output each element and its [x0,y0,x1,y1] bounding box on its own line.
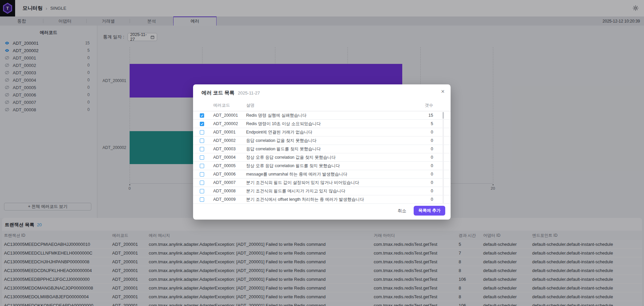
modal-row-ADT_00008[interactable]: ADT_00008분기 조건식의 필드를 메시지가 가지고 있지 않습니다0 [193,187,451,195]
modal-row-count: 0 [400,155,433,160]
checkbox-unchecked[interactable] [200,147,204,151]
checkbox-unchecked[interactable] [200,130,204,135]
modal-row-code: ADT_00009 [213,197,246,202]
checkbox-cell [200,181,213,185]
checkbox-checked[interactable] [200,122,204,126]
checkbox-unchecked[interactable] [200,139,204,143]
modal-row-desc: 분기 조건식의 필드를 메시지가 가지고 있지 않습니다 [246,188,400,194]
modal-row-count: 0 [400,180,433,185]
modal-row-count: 0 [400,172,433,177]
modal-row-count: 0 [400,138,433,143]
checkbox-cell [200,122,213,126]
modal-table-body: ADT_200001Redis 명령 실행에 실패했습니다15ADT_20000… [193,111,451,204]
modal-row-ADT_200002[interactable]: ADT_200002Redis 명령이 10초 이상 소요되었습니다5 [193,120,451,128]
modal-date: 2025-11-27 [238,90,260,95]
modal-scrollbar-track [443,112,444,203]
modal-row-code: ADT_00006 [213,172,246,177]
app-window: T 모니터링 › SINGLE 통합어댑터거래별분석에러 2025-12-12 … [0,0,644,306]
checkbox-unchecked[interactable] [200,155,204,160]
checkbox-unchecked[interactable] [200,172,204,177]
checkbox-cell [200,130,213,135]
modal-row-code: ADT_00002 [213,138,246,143]
modal-row-code: ADT_00008 [213,189,246,193]
modal-col-count: 갯수 [400,103,433,108]
modal-row-desc: Endpoint에 연결된 거래가 없습니다 [246,129,400,135]
modal-row-desc: 응답 correlation 필드를 찾지 못했습니다 [246,146,400,152]
modal-col-code: 에러코드 [213,103,246,108]
cancel-button[interactable]: 취소 [396,206,408,215]
checkbox-unchecked[interactable] [200,181,204,185]
modal-row-desc: 분기 조건식에서 offset length 처리하는 중 에러가 발생했습니다 [246,197,400,202]
modal-row-desc: message를 unmarshal 하는 중에 에러가 발생했습니다 [246,171,400,177]
modal-table-header: 에러코드설명갯수 [193,100,451,111]
modal-col-desc: 설명 [246,103,400,108]
modal-row-ADT_00007[interactable]: ADT_00007분기 조건식의 필드 값이 설정되어 있지 않거나 비어있습니… [193,179,451,187]
checkbox-cell [200,147,213,151]
modal-row-desc: 분기 조건식의 필드 값이 설정되어 있지 않거나 비어있습니다 [246,180,400,186]
checkbox-cell [200,139,213,143]
modal-row-ADT_00001[interactable]: ADT_00001Endpoint에 연결된 거래가 없습니다0 [193,128,451,137]
modal-row-count: 5 [400,121,433,126]
modal-scrollbar-thumb[interactable] [443,112,444,119]
modal-row-code: ADT_00004 [213,155,246,160]
modal-row-desc: 응답 correlation 값을 찾지 못했습니다 [246,138,400,144]
modal-title: 에러 코드 목록 [201,90,234,96]
checkbox-cell [200,113,213,118]
checkbox-cell [200,189,213,193]
add-to-list-button[interactable]: 목록에 추가 [414,206,445,216]
close-icon[interactable]: × [441,88,445,94]
modal-row-count: 0 [400,130,433,135]
modal-footer: 취소 목록에 추가 [396,206,445,216]
modal-row-ADT_00006[interactable]: ADT_00006message를 unmarshal 하는 중에 에러가 발생… [193,170,451,179]
checkbox-cell [200,164,213,168]
modal-row-desc: 정상 오류 응답 correlation 값을 찾지 못했습니다 [246,155,400,160]
modal-row-desc: Redis 명령이 10초 이상 소요되었습니다 [246,121,400,127]
checkbox-cell [200,197,213,202]
checkbox-cell [200,155,213,160]
modal-row-code: ADT_00001 [213,130,246,135]
checkbox-unchecked[interactable] [200,164,204,168]
modal-row-ADT_00009[interactable]: ADT_00009분기 조건식에서 offset length 처리하는 중 에… [193,195,451,204]
modal-row-ADT_00003[interactable]: ADT_00003응답 correlation 필드를 찾지 못했습니다0 [193,145,451,153]
checkbox-unchecked[interactable] [200,189,204,193]
errorcode-list-modal: 에러 코드 목록 2025-11-27 × 에러코드설명갯수 ADT_20000… [193,84,451,220]
checkbox-cell [200,172,213,177]
modal-row-ADT_200001[interactable]: ADT_200001Redis 명령 실행에 실패했습니다15 [193,111,451,120]
modal-row-ADT_00002[interactable]: ADT_00002응답 correlation 값을 찾지 못했습니다0 [193,137,451,145]
modal-row-code: ADT_200002 [213,121,246,126]
modal-row-code: ADT_00005 [213,163,246,168]
modal-row-desc: 정상 오류 응답 correlation 필드를 찾지 못했습니다 [246,163,400,169]
modal-row-ADT_00005[interactable]: ADT_00005정상 오류 응답 correlation 필드를 찾지 못했습… [193,162,451,170]
modal-row-count: 0 [400,189,433,193]
checkbox-unchecked[interactable] [200,197,204,202]
check-icon [200,122,203,125]
modal-row-code: ADT_200001 [213,113,246,118]
modal-row-count: 0 [400,163,433,168]
modal-row-count: 15 [400,113,433,118]
modal-row-count: 0 [400,197,433,202]
modal-row-code: ADT_00007 [213,180,246,185]
modal-row-ADT_00004[interactable]: ADT_00004정상 오류 응답 correlation 값을 찾지 못했습니… [193,153,451,162]
modal-row-desc: Redis 명령 실행에 실패했습니다 [246,113,400,118]
checkbox-checked[interactable] [200,113,204,118]
modal-row-code: ADT_00003 [213,147,246,151]
modal-title-row: 에러 코드 목록 2025-11-27 [201,90,260,96]
check-icon [200,114,203,117]
modal-row-count: 0 [400,147,433,151]
